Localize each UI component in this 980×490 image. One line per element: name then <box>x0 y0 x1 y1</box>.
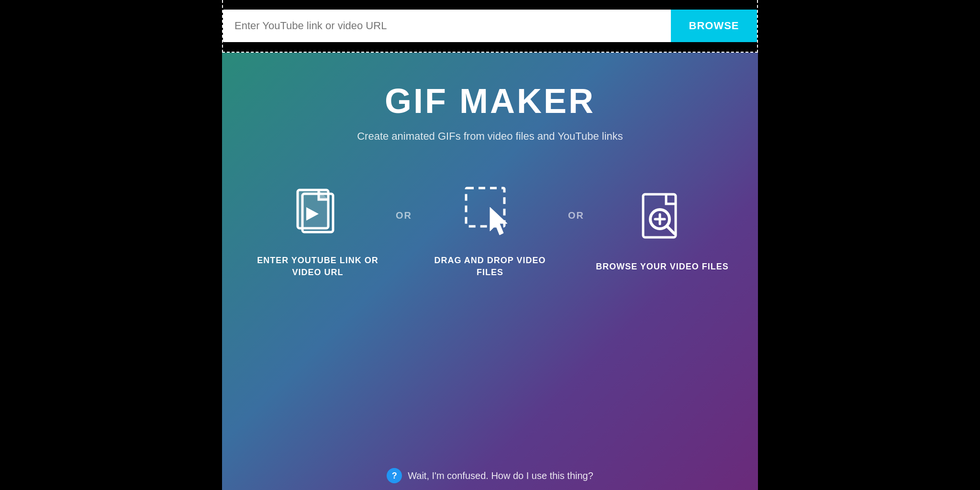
svg-line-7 <box>667 226 674 234</box>
option-browse-label: BROWSE YOUR VIDEO FILES <box>596 261 729 273</box>
top-bar: BROWSE <box>222 0 758 53</box>
options-row: ENTER YOUTUBE LINK ORVIDEO URL OR DRAG A… <box>222 181 758 278</box>
video-file-icon <box>287 181 349 243</box>
help-button[interactable]: ? Wait, I'm confused. How do I use this … <box>387 468 593 483</box>
page-title: GIF MAKER <box>385 81 595 121</box>
option-youtube: ENTER YOUTUBE LINK ORVIDEO URL <box>251 181 385 278</box>
or-divider-2: OR <box>557 210 595 221</box>
browse-files-icon <box>631 187 693 249</box>
or-divider-1: OR <box>385 210 423 221</box>
main-content: GIF MAKER Create animated GIFs from vide… <box>222 53 758 490</box>
help-text: Wait, I'm confused. How do I use this th… <box>408 470 593 481</box>
option-drag-drop[interactable]: DRAG AND DROP VIDEOFILES <box>423 181 557 278</box>
option-youtube-label: ENTER YOUTUBE LINK ORVIDEO URL <box>257 255 379 278</box>
option-browse[interactable]: BROWSE YOUR VIDEO FILES <box>595 187 729 273</box>
option-drag-drop-label: DRAG AND DROP VIDEOFILES <box>434 255 546 278</box>
page-subtitle: Create animated GIFs from video files an… <box>357 130 623 143</box>
browse-button[interactable]: BROWSE <box>671 10 757 42</box>
bottom-bar: ? Wait, I'm confused. How do I use this … <box>0 461 980 490</box>
url-input[interactable] <box>223 10 671 42</box>
drag-drop-icon <box>459 181 521 243</box>
help-icon: ? <box>387 468 402 483</box>
